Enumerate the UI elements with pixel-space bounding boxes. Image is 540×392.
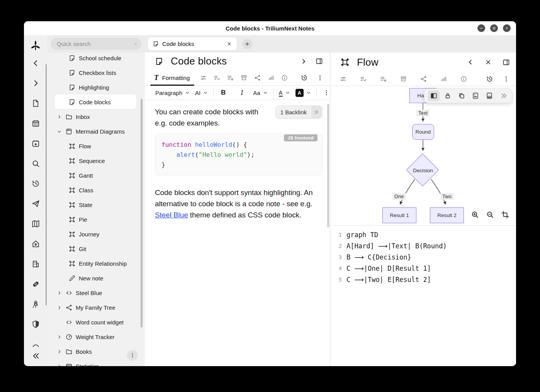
source-line[interactable]: 4C ⟶|One| D[Result 1] xyxy=(336,263,516,274)
history-button[interactable] xyxy=(301,74,308,81)
note-content[interactable]: 1 Backlink You can create code blocks wi… xyxy=(145,100,330,366)
minimize-button[interactable] xyxy=(477,24,485,32)
source-line[interactable]: 2A[Hard] ⟶|Text| B(Round) xyxy=(336,241,516,252)
info-button[interactable] xyxy=(281,74,288,81)
tab-code-blocks[interactable]: Code blocks xyxy=(148,37,237,50)
create-split-button[interactable] xyxy=(501,58,511,67)
tree-item-new-note[interactable]: New note xyxy=(55,271,136,285)
launcher-send-button[interactable] xyxy=(31,199,40,208)
tree-expand-my-family-tree[interactable] xyxy=(56,304,62,311)
tree-item-word-count-widget[interactable]: Word count widget xyxy=(55,315,136,329)
move-pane-left-button[interactable] xyxy=(466,58,475,67)
tree-item-sequence[interactable]: Sequence xyxy=(55,153,136,168)
tab-formatting[interactable]: T Formatting xyxy=(154,70,194,85)
chart-button[interactable] xyxy=(440,75,447,83)
bold-button[interactable]: B xyxy=(219,88,228,98)
launcher-chevron-right-button[interactable] xyxy=(31,78,40,88)
launcher-shield-button[interactable] xyxy=(31,319,40,329)
bg-color-dropdown[interactable]: A xyxy=(295,89,311,97)
sliders-button[interactable] xyxy=(200,74,207,81)
tree-item-state[interactable]: State xyxy=(55,197,136,212)
quick-search[interactable] xyxy=(51,38,141,50)
list-plus-button[interactable] xyxy=(227,74,234,81)
italic-button[interactable]: I xyxy=(238,88,246,98)
tab-close-button[interactable] xyxy=(225,40,233,48)
backlink-expand-button[interactable] xyxy=(311,106,322,118)
tree-item-school-schedule[interactable]: School schedule xyxy=(55,53,136,65)
tree-expand-steel-blue[interactable] xyxy=(56,290,62,296)
node-round[interactable]: Round xyxy=(412,124,434,140)
tree-scrollbar[interactable] xyxy=(141,99,143,328)
close-split-button[interactable] xyxy=(484,58,493,67)
node-decision[interactable]: Decision xyxy=(406,153,440,187)
text-case-dropdown[interactable]: Aa xyxy=(253,90,267,96)
zoom-out-button[interactable] xyxy=(486,210,495,219)
expand-ribbon-button[interactable] xyxy=(299,57,308,66)
content-scrollbar[interactable] xyxy=(327,104,329,227)
code-block[interactable]: JS frontend function helloWorld() { aler… xyxy=(155,134,323,175)
tree-expand-statistics[interactable] xyxy=(56,363,62,366)
create-split-button[interactable] xyxy=(314,57,324,66)
launcher-map-button[interactable] xyxy=(31,219,40,228)
launcher-new-note-button[interactable] xyxy=(31,98,40,108)
tree-item-books[interactable]: Books xyxy=(55,344,136,359)
new-tab-button[interactable] xyxy=(242,39,252,49)
launcher-history-button[interactable] xyxy=(31,179,40,188)
list-plus-button[interactable] xyxy=(380,75,387,83)
search-input[interactable] xyxy=(56,40,134,48)
tree-expand-books[interactable] xyxy=(56,348,62,355)
tree-expand-inbox[interactable] xyxy=(56,114,62,120)
mermaid-diagram[interactable]: Hard Text Round Decision One Two Result … xyxy=(330,86,516,226)
note-title[interactable]: Code blocks xyxy=(171,55,227,67)
launcher-rocket-button[interactable] xyxy=(31,299,40,309)
crop-button[interactable] xyxy=(501,210,510,219)
tree-item-git[interactable]: Git xyxy=(55,241,136,256)
close-button[interactable] xyxy=(503,24,511,32)
launcher-scrollbar[interactable] xyxy=(46,64,47,305)
image-file-button[interactable] xyxy=(470,90,481,101)
paragraph-style-dropdown[interactable]: Paragraph xyxy=(155,90,190,96)
collapse-launcher-button[interactable] xyxy=(31,351,40,361)
ai-dropdown[interactable]: AI xyxy=(195,90,208,96)
tree-expand-weight-tracker[interactable] xyxy=(56,334,62,340)
info-button[interactable] xyxy=(460,75,467,83)
sliders-button[interactable] xyxy=(340,75,347,83)
archive-button[interactable] xyxy=(240,74,248,81)
source-line[interactable]: 1graph TD xyxy=(336,229,516,241)
mermaid-source-editor[interactable]: 1graph TD2A[Hard] ⟶|Text| B(Round)3B ⟶ C… xyxy=(330,226,516,366)
launcher-calendar-star-button[interactable] xyxy=(31,139,40,148)
history-button[interactable] xyxy=(486,75,493,83)
share-button[interactable] xyxy=(254,74,261,81)
tree-item-code-blocks[interactable]: Code blocks xyxy=(55,95,136,109)
copy-button[interactable] xyxy=(456,90,467,101)
tree-item-statistics[interactable]: Statistics xyxy=(55,359,136,366)
tree-item-entity-relationship[interactable]: Entity Relationship xyxy=(55,256,136,271)
chevrons-right-button[interactable] xyxy=(498,90,510,101)
tree-item-gantt[interactable]: Gantt xyxy=(55,168,136,183)
png-file-button[interactable] xyxy=(484,90,495,101)
split-left-button[interactable] xyxy=(428,90,440,101)
archive-button[interactable] xyxy=(400,75,407,83)
launcher-search-button[interactable] xyxy=(31,159,40,168)
chart-button[interactable] xyxy=(267,74,275,81)
tree-item-weight-tracker[interactable]: Weight Tracker xyxy=(55,329,136,344)
zoom-in-button[interactable] xyxy=(470,210,480,219)
list-check-button[interactable] xyxy=(213,74,221,81)
share-button[interactable] xyxy=(420,75,427,83)
tree-item-pie[interactable]: Pie xyxy=(55,212,136,227)
source-line[interactable]: 3B ⟶ C{Decision} xyxy=(336,252,516,263)
mermaid-icon[interactable] xyxy=(340,57,350,67)
launcher-building-button[interactable] xyxy=(31,259,40,268)
tree-item-my-family-tree[interactable]: My Family Tree xyxy=(55,300,136,315)
launcher-chevron-left-button[interactable] xyxy=(31,58,40,68)
tree-item-mermaid-diagrams[interactable]: Mermaid Diagrams xyxy=(55,124,136,139)
tree-expand-mermaid-diagrams[interactable] xyxy=(56,128,62,134)
kebab-button[interactable] xyxy=(316,74,324,81)
note-icon[interactable] xyxy=(155,57,164,66)
tree-item-checkbox-lists[interactable]: Checkbox lists xyxy=(55,65,136,80)
tree-options-button[interactable] xyxy=(127,350,138,361)
font-color-dropdown[interactable]: A xyxy=(279,89,290,97)
node-result-2[interactable]: Result 2 xyxy=(430,207,464,223)
lock-button[interactable] xyxy=(442,90,453,101)
tree-item-inbox[interactable]: Inbox xyxy=(55,109,136,124)
